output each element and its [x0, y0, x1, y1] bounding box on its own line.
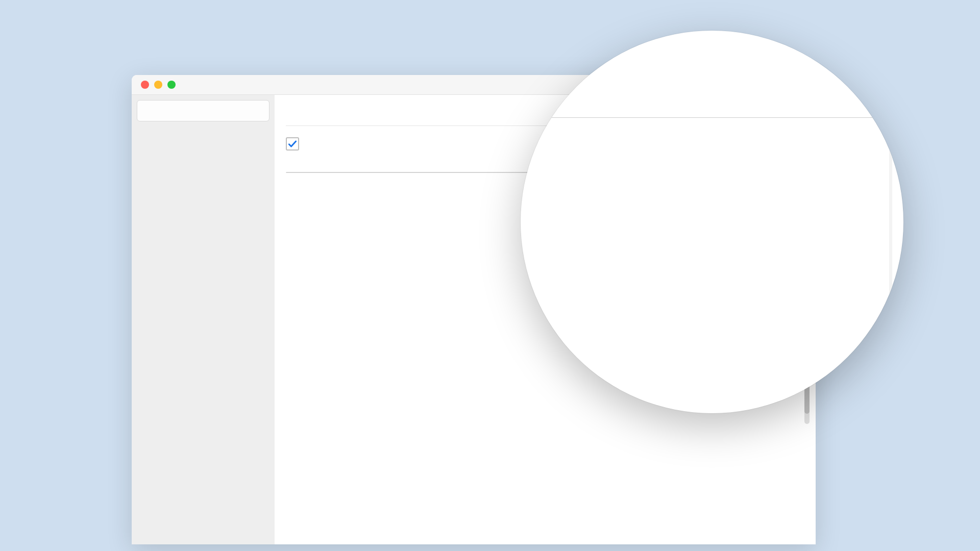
settings-search-input[interactable] — [137, 100, 270, 121]
password-column-magnifier — [521, 31, 903, 413]
close-window-button[interactable] — [141, 81, 149, 89]
save-passwords-checkbox[interactable] — [286, 137, 299, 151]
minimize-window-button[interactable] — [154, 81, 162, 89]
maximize-window-button[interactable] — [167, 81, 176, 89]
settings-sidebar — [132, 95, 275, 544]
window-controls — [141, 81, 176, 89]
